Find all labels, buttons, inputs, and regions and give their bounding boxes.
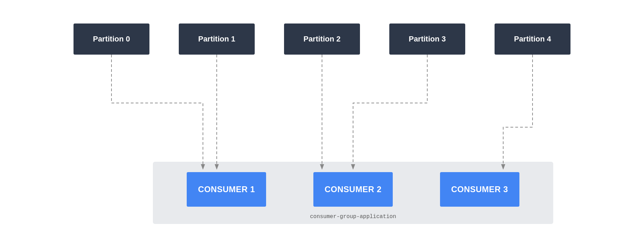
- partitions-row: Partition 0 Partition 1 Partition 2 Part…: [63, 24, 581, 55]
- partition-2: Partition 2: [284, 24, 360, 55]
- consumer-group-label: consumer-group-application: [153, 214, 553, 220]
- consumer-1: CONSUMER 1: [187, 172, 266, 207]
- partition-4: Partition 4: [495, 24, 570, 55]
- arrow-p4-c3: [503, 55, 533, 167]
- consumer-3: CONSUMER 3: [440, 172, 519, 207]
- arrow-p0-c1: [111, 55, 203, 167]
- consumer-group: CONSUMER 1 CONSUMER 2 CONSUMER 3 consume…: [153, 162, 553, 224]
- consumer-2: CONSUMER 2: [313, 172, 393, 207]
- partition-3: Partition 3: [389, 24, 465, 55]
- partition-0: Partition 0: [74, 24, 149, 55]
- partition-1: Partition 1: [179, 24, 255, 55]
- arrow-p3-c2: [353, 55, 427, 167]
- diagram: Partition 0 Partition 1 Partition 2 Part…: [63, 10, 581, 234]
